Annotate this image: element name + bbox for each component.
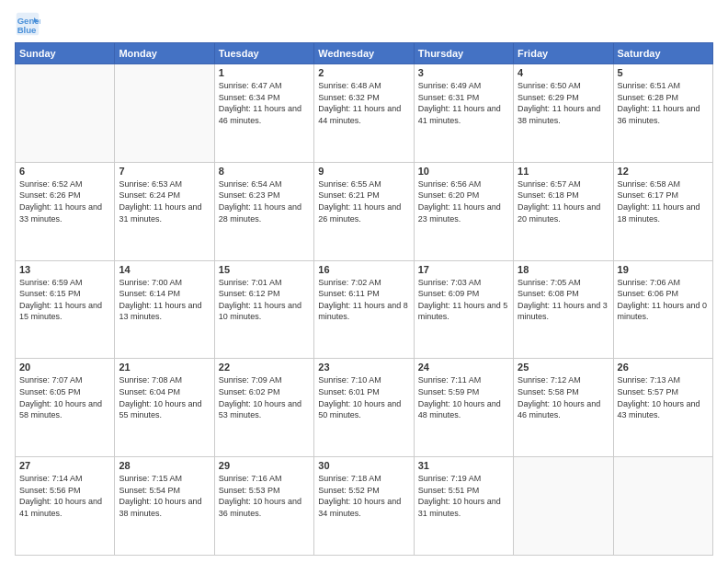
day-number: 8 (219, 166, 310, 177)
calendar-week-row: 13Sunrise: 6:59 AM Sunset: 6:15 PM Dayli… (16, 260, 713, 359)
day-number: 11 (518, 166, 609, 177)
day-number: 18 (518, 264, 609, 275)
day-number: 25 (518, 362, 609, 373)
day-info: Sunrise: 6:57 AM Sunset: 6:18 PM Dayligh… (518, 178, 609, 224)
calendar-week-row: 20Sunrise: 7:07 AM Sunset: 6:05 PM Dayli… (16, 359, 713, 457)
day-info: Sunrise: 7:12 AM Sunset: 5:58 PM Dayligh… (518, 374, 609, 420)
calendar-cell: 25Sunrise: 7:12 AM Sunset: 5:58 PM Dayli… (514, 359, 613, 457)
calendar-cell: 12Sunrise: 6:58 AM Sunset: 6:17 PM Dayli… (613, 162, 712, 260)
calendar-cell: 1Sunrise: 6:47 AM Sunset: 6:34 PM Daylig… (214, 64, 313, 163)
day-info: Sunrise: 7:14 AM Sunset: 5:56 PM Dayligh… (19, 473, 110, 519)
svg-text:Blue: Blue (17, 25, 37, 35)
day-info: Sunrise: 6:55 AM Sunset: 6:21 PM Dayligh… (318, 178, 409, 224)
calendar-cell: 16Sunrise: 7:02 AM Sunset: 6:11 PM Dayli… (314, 260, 414, 359)
day-number: 27 (19, 460, 110, 471)
calendar-cell: 31Sunrise: 7:19 AM Sunset: 5:51 PM Dayli… (414, 457, 513, 556)
header: General Blue (15, 11, 713, 37)
day-number: 22 (219, 362, 310, 373)
day-info: Sunrise: 7:07 AM Sunset: 6:05 PM Dayligh… (19, 374, 110, 420)
calendar-cell: 7Sunrise: 6:53 AM Sunset: 6:24 PM Daylig… (115, 162, 214, 260)
day-info: Sunrise: 7:01 AM Sunset: 6:12 PM Dayligh… (219, 277, 310, 323)
calendar-cell: 15Sunrise: 7:01 AM Sunset: 6:12 PM Dayli… (214, 260, 313, 359)
calendar-cell: 2Sunrise: 6:48 AM Sunset: 6:32 PM Daylig… (314, 64, 414, 163)
calendar-cell: 4Sunrise: 6:50 AM Sunset: 6:29 PM Daylig… (514, 64, 613, 163)
day-info: Sunrise: 7:16 AM Sunset: 5:53 PM Dayligh… (219, 473, 310, 519)
calendar-day-header: Saturday (613, 43, 712, 64)
logo: General Blue (15, 11, 44, 37)
day-number: 16 (318, 264, 409, 275)
day-number: 9 (318, 166, 409, 177)
day-number: 13 (19, 264, 110, 275)
day-info: Sunrise: 7:11 AM Sunset: 5:59 PM Dayligh… (418, 374, 509, 420)
day-info: Sunrise: 7:15 AM Sunset: 5:54 PM Dayligh… (119, 473, 210, 519)
day-number: 21 (119, 362, 210, 373)
day-info: Sunrise: 7:06 AM Sunset: 6:06 PM Dayligh… (618, 277, 709, 323)
day-number: 17 (418, 264, 509, 275)
day-number: 3 (418, 67, 509, 78)
day-info: Sunrise: 7:10 AM Sunset: 6:01 PM Dayligh… (318, 374, 409, 420)
day-number: 2 (318, 67, 409, 78)
day-info: Sunrise: 6:47 AM Sunset: 6:34 PM Dayligh… (219, 80, 310, 126)
day-number: 5 (618, 67, 709, 78)
calendar-cell: 26Sunrise: 7:13 AM Sunset: 5:57 PM Dayli… (613, 359, 712, 457)
calendar-cell: 14Sunrise: 7:00 AM Sunset: 6:14 PM Dayli… (115, 260, 214, 359)
calendar-week-row: 1Sunrise: 6:47 AM Sunset: 6:34 PM Daylig… (16, 64, 713, 163)
day-number: 12 (618, 166, 709, 177)
calendar-header-row: SundayMondayTuesdayWednesdayThursdayFrid… (16, 43, 713, 64)
day-info: Sunrise: 6:49 AM Sunset: 6:31 PM Dayligh… (418, 80, 509, 126)
day-info: Sunrise: 6:52 AM Sunset: 6:26 PM Dayligh… (19, 178, 110, 224)
calendar-cell (514, 457, 613, 556)
day-info: Sunrise: 6:51 AM Sunset: 6:28 PM Dayligh… (618, 80, 709, 126)
calendar-cell: 5Sunrise: 6:51 AM Sunset: 6:28 PM Daylig… (613, 64, 712, 163)
day-info: Sunrise: 7:05 AM Sunset: 6:08 PM Dayligh… (518, 277, 609, 323)
calendar-cell (115, 64, 214, 163)
calendar-cell: 20Sunrise: 7:07 AM Sunset: 6:05 PM Dayli… (16, 359, 115, 457)
day-number: 15 (219, 264, 310, 275)
day-number: 1 (219, 67, 310, 78)
day-info: Sunrise: 7:00 AM Sunset: 6:14 PM Dayligh… (119, 277, 210, 323)
day-number: 10 (418, 166, 509, 177)
calendar-day-header: Thursday (414, 43, 513, 64)
day-info: Sunrise: 6:54 AM Sunset: 6:23 PM Dayligh… (219, 178, 310, 224)
day-info: Sunrise: 6:48 AM Sunset: 6:32 PM Dayligh… (318, 80, 409, 126)
calendar-cell: 19Sunrise: 7:06 AM Sunset: 6:06 PM Dayli… (613, 260, 712, 359)
calendar-cell: 8Sunrise: 6:54 AM Sunset: 6:23 PM Daylig… (214, 162, 313, 260)
day-number: 20 (19, 362, 110, 373)
day-number: 14 (119, 264, 210, 275)
day-number: 7 (119, 166, 210, 177)
calendar-week-row: 6Sunrise: 6:52 AM Sunset: 6:26 PM Daylig… (16, 162, 713, 260)
calendar-cell: 28Sunrise: 7:15 AM Sunset: 5:54 PM Dayli… (115, 457, 214, 556)
calendar-day-header: Monday (115, 43, 214, 64)
calendar-day-header: Wednesday (314, 43, 414, 64)
day-number: 29 (219, 460, 310, 471)
day-info: Sunrise: 7:03 AM Sunset: 6:09 PM Dayligh… (418, 277, 509, 323)
calendar-day-header: Sunday (16, 43, 115, 64)
calendar-cell: 24Sunrise: 7:11 AM Sunset: 5:59 PM Dayli… (414, 359, 513, 457)
day-info: Sunrise: 6:50 AM Sunset: 6:29 PM Dayligh… (518, 80, 609, 126)
day-number: 23 (318, 362, 409, 373)
calendar-cell: 6Sunrise: 6:52 AM Sunset: 6:26 PM Daylig… (16, 162, 115, 260)
day-info: Sunrise: 7:08 AM Sunset: 6:04 PM Dayligh… (119, 374, 210, 420)
day-info: Sunrise: 7:09 AM Sunset: 6:02 PM Dayligh… (219, 374, 310, 420)
day-info: Sunrise: 6:58 AM Sunset: 6:17 PM Dayligh… (618, 178, 709, 224)
day-number: 4 (518, 67, 609, 78)
day-number: 26 (618, 362, 709, 373)
page: General Blue SundayMondayTuesdayWednesda… (0, 0, 728, 563)
day-info: Sunrise: 7:18 AM Sunset: 5:52 PM Dayligh… (318, 473, 409, 519)
calendar-day-header: Friday (514, 43, 613, 64)
day-number: 19 (618, 264, 709, 275)
day-info: Sunrise: 6:53 AM Sunset: 6:24 PM Dayligh… (119, 178, 210, 224)
calendar-cell: 18Sunrise: 7:05 AM Sunset: 6:08 PM Dayli… (514, 260, 613, 359)
calendar-cell: 17Sunrise: 7:03 AM Sunset: 6:09 PM Dayli… (414, 260, 513, 359)
calendar-cell: 22Sunrise: 7:09 AM Sunset: 6:02 PM Dayli… (214, 359, 313, 457)
calendar-cell: 23Sunrise: 7:10 AM Sunset: 6:01 PM Dayli… (314, 359, 414, 457)
day-info: Sunrise: 7:02 AM Sunset: 6:11 PM Dayligh… (318, 277, 409, 323)
calendar-cell: 13Sunrise: 6:59 AM Sunset: 6:15 PM Dayli… (16, 260, 115, 359)
day-info: Sunrise: 7:19 AM Sunset: 5:51 PM Dayligh… (418, 473, 509, 519)
calendar-cell (16, 64, 115, 163)
day-number: 30 (318, 460, 409, 471)
day-number: 6 (19, 166, 110, 177)
calendar-cell: 11Sunrise: 6:57 AM Sunset: 6:18 PM Dayli… (514, 162, 613, 260)
calendar-day-header: Tuesday (214, 43, 313, 64)
day-info: Sunrise: 7:13 AM Sunset: 5:57 PM Dayligh… (618, 374, 709, 420)
